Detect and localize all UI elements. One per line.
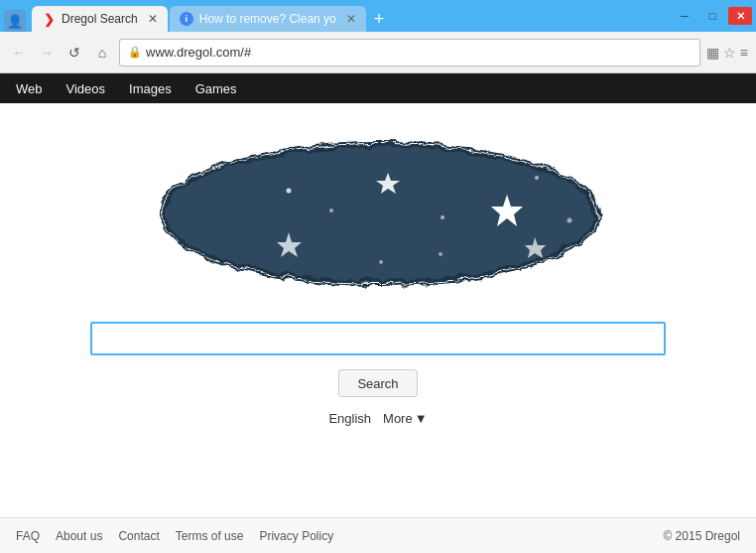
svg-point-5 (441, 215, 444, 219)
nav-games[interactable]: Games (191, 77, 241, 100)
svg-point-12 (379, 260, 383, 264)
menu-icon[interactable]: ≡ (740, 45, 748, 61)
nav-videos[interactable]: Videos (63, 77, 110, 100)
nav-images[interactable]: Images (125, 77, 176, 100)
more-link[interactable]: More ▼ (383, 411, 428, 426)
dregol-favicon: ❯ (42, 12, 56, 26)
svg-point-9 (535, 176, 539, 180)
svg-point-11 (439, 252, 442, 256)
titlebar: 👤 ❯ Dregol Search ✕ i How to remove? Cle… (0, 0, 756, 32)
cast-icon[interactable]: ▦ (706, 45, 719, 61)
addressbar: ← → ↺ ⌂ 🔒 www.dregol.com/# ▦ ☆ ≡ (0, 32, 756, 73)
bookmark-icon[interactable]: ☆ (723, 45, 736, 61)
footer-privacy[interactable]: Privacy Policy (259, 529, 333, 543)
maximize-button[interactable]: □ (700, 7, 724, 25)
new-tab-button[interactable]: + (368, 6, 391, 32)
back-button[interactable]: ← (8, 42, 30, 64)
home-button[interactable]: ⌂ (91, 42, 113, 64)
footer-contact[interactable]: Contact (118, 529, 159, 543)
url-display: www.dregol.com/# (146, 45, 251, 60)
person-icon[interactable]: 👤 (4, 10, 26, 32)
svg-point-3 (287, 189, 292, 194)
howto-favicon: i (180, 12, 193, 26)
tab-howto-label: How to remove? Clean yo (199, 12, 336, 26)
tab-howto[interactable]: i How to remove? Clean yo ✕ (170, 6, 366, 32)
more-label: More (383, 411, 413, 426)
tab-dregol-close[interactable]: ✕ (148, 12, 158, 26)
forward-button[interactable]: → (36, 42, 58, 64)
svg-point-13 (329, 208, 333, 212)
search-input[interactable] (90, 322, 666, 355)
footer-about[interactable]: About us (56, 529, 102, 543)
lock-icon: 🔒 (128, 46, 142, 59)
minimize-button[interactable]: ─ (673, 7, 696, 25)
main-content: Search English More ▼ (0, 103, 756, 517)
tab-dregol-label: Dregol Search (62, 12, 138, 26)
tab-dregol[interactable]: ❯ Dregol Search ✕ (32, 6, 168, 32)
address-icons: ▦ ☆ ≡ (706, 45, 748, 61)
svg-point-14 (599, 194, 603, 198)
reload-button[interactable]: ↺ (63, 42, 85, 64)
tab-howto-close[interactable]: ✕ (346, 12, 356, 26)
svg-point-10 (567, 218, 572, 223)
logo-svg (135, 133, 621, 292)
language-row: English More ▼ (328, 411, 427, 426)
nav-web[interactable]: Web (12, 77, 47, 100)
tabs-container: 👤 ❯ Dregol Search ✕ i How to remove? Cle… (4, 0, 390, 32)
window-controls: ─ □ ✕ (673, 7, 752, 25)
nav-menu: Web Videos Images Games (0, 73, 756, 103)
footer-links: FAQ About us Contact Terms of use Privac… (16, 529, 333, 543)
address-box[interactable]: 🔒 www.dregol.com/# (119, 39, 700, 67)
more-arrow: ▼ (415, 411, 428, 426)
search-button[interactable]: Search (338, 369, 418, 397)
footer-copyright: © 2015 Dregol (663, 529, 740, 543)
footer: FAQ About us Contact Terms of use Privac… (0, 517, 756, 553)
footer-terms[interactable]: Terms of use (176, 529, 244, 543)
logo-container (135, 133, 621, 292)
footer-faq[interactable]: FAQ (16, 529, 40, 543)
search-area: Search English More ▼ (90, 322, 666, 426)
close-button[interactable]: ✕ (728, 7, 752, 25)
english-link[interactable]: English (328, 411, 371, 426)
